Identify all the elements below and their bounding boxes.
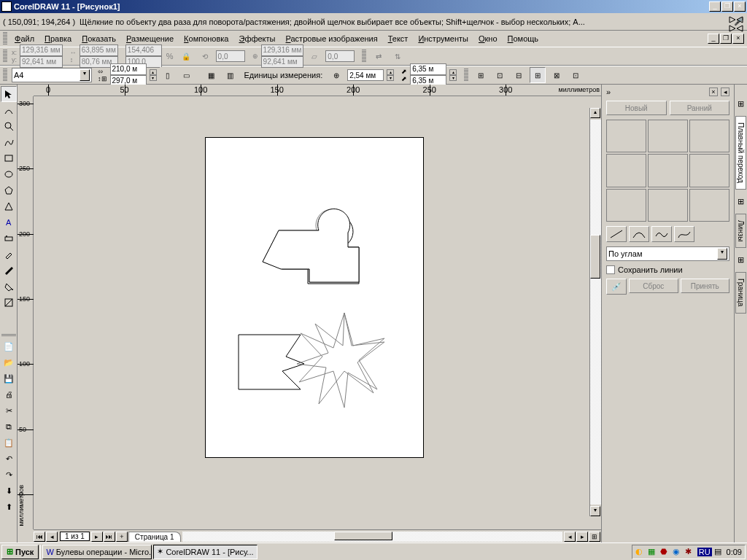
page-last-button[interactable]: ⏭ bbox=[104, 532, 115, 542]
tb2-cut[interactable]: ✂ bbox=[1, 402, 17, 419]
text-tool[interactable]: A bbox=[1, 214, 17, 230]
bar-grip-2[interactable] bbox=[362, 50, 366, 63]
mdi-restore-icon[interactable] bbox=[728, 16, 744, 23]
navigator-button[interactable]: ⊞ bbox=[589, 532, 600, 542]
mapping-combo[interactable]: По углам ▾ bbox=[606, 246, 729, 261]
taskbar-task-corel[interactable]: ✶ CorelDRAW 11 - [Рису... bbox=[153, 545, 257, 559]
menubar-grip[interactable] bbox=[3, 32, 7, 45]
scrollbar-horizontal[interactable] bbox=[182, 532, 562, 542]
interactive-fill-tool[interactable] bbox=[1, 295, 17, 311]
mode-unconstrained-button[interactable] bbox=[674, 226, 694, 242]
shape-star[interactable] bbox=[297, 313, 384, 404]
keep-lines-checkbox[interactable] bbox=[606, 265, 615, 274]
mdi-close-icon[interactable] bbox=[728, 25, 744, 32]
tb2-new[interactable]: 📄 bbox=[1, 338, 17, 354]
new-preset-button[interactable]: Новый bbox=[606, 101, 667, 115]
snap-2-button[interactable]: ⊡ bbox=[492, 67, 508, 83]
tb2-paste[interactable]: 📋 bbox=[1, 435, 17, 451]
tb2-export[interactable]: ⬆ bbox=[1, 499, 17, 515]
page-first-button[interactable]: ⏮ bbox=[34, 532, 45, 542]
menu-layout[interactable]: Размещение bbox=[122, 33, 178, 44]
menu-tools[interactable]: Инструменты bbox=[414, 33, 473, 44]
scroll-down-button[interactable]: ▾ bbox=[590, 506, 600, 516]
rectangle-tool[interactable] bbox=[1, 150, 17, 166]
doc-restore-button[interactable]: ❐ bbox=[720, 34, 732, 44]
docker-collapse-button[interactable]: ◂ bbox=[721, 88, 729, 96]
scrollbar-vertical[interactable]: ▴ ▾ bbox=[589, 108, 601, 516]
eyedropper-button[interactable]: 💉 bbox=[606, 279, 627, 295]
canvas[interactable]: ▴ ▾ bbox=[34, 96, 601, 529]
menu-text[interactable]: Текст bbox=[384, 33, 413, 44]
ruler-horizontal[interactable]: миллиметров 050100150200250300 bbox=[34, 85, 601, 96]
tray-icon-3[interactable]: ⬣ bbox=[660, 547, 670, 557]
page-next-button[interactable]: ▸ bbox=[91, 532, 103, 542]
early-preset-button[interactable]: Ранний bbox=[670, 101, 730, 115]
tb2-import[interactable]: ⬇ bbox=[1, 483, 17, 499]
snap-1-button[interactable]: ⊞ bbox=[473, 67, 489, 83]
docker-arrow-icon[interactable]: » bbox=[606, 88, 611, 96]
taskbar-task-word[interactable]: W Булевы операции - Micro... bbox=[42, 545, 152, 559]
nudge-spinner[interactable]: ▴▾ bbox=[387, 69, 394, 81]
ellipse-tool[interactable] bbox=[1, 166, 17, 182]
doc-minimize-button[interactable]: _ bbox=[708, 34, 719, 44]
portrait-button[interactable]: ▯ bbox=[160, 67, 176, 83]
language-indicator[interactable]: RU bbox=[697, 548, 712, 556]
menu-edit[interactable]: Правка bbox=[40, 33, 76, 44]
polygon-tool[interactable] bbox=[1, 182, 17, 198]
keep-lines-row[interactable]: Сохранить линии bbox=[606, 265, 729, 274]
doc-close-button[interactable]: × bbox=[732, 34, 744, 44]
eyedropper-tool[interactable] bbox=[1, 246, 17, 262]
reset-button[interactable]: Сброс bbox=[629, 279, 678, 293]
docker-tab-grip-2[interactable]: ⊞ bbox=[738, 197, 744, 206]
menu-view[interactable]: Показать bbox=[77, 33, 120, 44]
paper-size-combo[interactable]: A4 ▾ bbox=[12, 68, 92, 82]
fill-tool[interactable] bbox=[1, 279, 17, 295]
outline-tool[interactable] bbox=[1, 262, 17, 279]
docker-close-button[interactable]: × bbox=[709, 88, 718, 96]
tb2-open[interactable]: 📂 bbox=[1, 354, 17, 370]
basic-shapes-tool[interactable] bbox=[1, 198, 17, 214]
nudge-field[interactable]: 2,54 мм bbox=[347, 69, 384, 81]
tray-icon-4[interactable]: ◉ bbox=[673, 547, 683, 557]
tb2-print[interactable]: 🖨 bbox=[1, 386, 17, 402]
docker-tab-blend[interactable]: Плавный переход bbox=[735, 116, 746, 190]
page-layout-1-button[interactable]: ▦ bbox=[204, 67, 220, 83]
tray-icon-6[interactable]: ▤ bbox=[714, 547, 724, 557]
dup-x-field[interactable]: 6,35 м bbox=[410, 63, 446, 75]
scroll-h-thumb[interactable] bbox=[334, 532, 392, 540]
preset-grid[interactable] bbox=[606, 120, 729, 222]
ruler-vertical[interactable]: миллиметров 300250200150100500 bbox=[18, 96, 34, 529]
docker-tab-grip-3[interactable]: ⊞ bbox=[738, 255, 744, 265]
freehand-tool[interactable] bbox=[1, 134, 17, 150]
dup-spinner[interactable]: ▴▾ bbox=[449, 69, 457, 81]
interactive-tool[interactable] bbox=[1, 230, 17, 246]
scroll-v-thumb[interactable] bbox=[590, 235, 600, 279]
menu-arrange[interactable]: Компоновка bbox=[179, 33, 233, 44]
mode-arc-button[interactable] bbox=[629, 226, 649, 242]
apply-button[interactable]: Принять bbox=[681, 279, 730, 293]
bar-grip-4[interactable] bbox=[464, 69, 468, 82]
toolbox2-grip[interactable] bbox=[1, 334, 16, 337]
page-prev-button[interactable]: ◂ bbox=[46, 532, 58, 542]
menu-help[interactable]: Помощь bbox=[503, 33, 543, 44]
tray-icon-5[interactable]: ✱ bbox=[685, 547, 695, 557]
menu-file[interactable]: Файл bbox=[10, 33, 39, 44]
page[interactable] bbox=[205, 137, 424, 458]
docker-tab-grip[interactable]: ⊞ bbox=[738, 99, 744, 109]
tb2-undo[interactable]: ↶ bbox=[1, 451, 17, 467]
clock[interactable]: 0:09 bbox=[727, 548, 742, 556]
bar-grip[interactable] bbox=[3, 50, 7, 63]
menu-effects[interactable]: Эффекты bbox=[234, 33, 279, 44]
menu-window[interactable]: Окно bbox=[474, 33, 502, 44]
snap-4-button[interactable]: ⊞ bbox=[530, 67, 546, 83]
page-width-field[interactable]: 210,0 м bbox=[110, 63, 147, 75]
snap-6-button[interactable]: ⊡ bbox=[568, 67, 584, 83]
page-add-button[interactable]: + bbox=[116, 532, 128, 542]
shape-tool[interactable] bbox=[1, 102, 17, 118]
minimize-button[interactable]: _ bbox=[709, 1, 721, 12]
start-button[interactable]: ⊞ Пуск bbox=[1, 545, 39, 559]
menu-bitmaps[interactable]: Растровые изображения bbox=[282, 33, 382, 44]
tb2-copy[interactable]: ⧉ bbox=[1, 419, 17, 435]
tb2-save[interactable]: 💾 bbox=[1, 370, 17, 386]
scroll-right-button[interactable]: ▸ bbox=[576, 532, 588, 542]
